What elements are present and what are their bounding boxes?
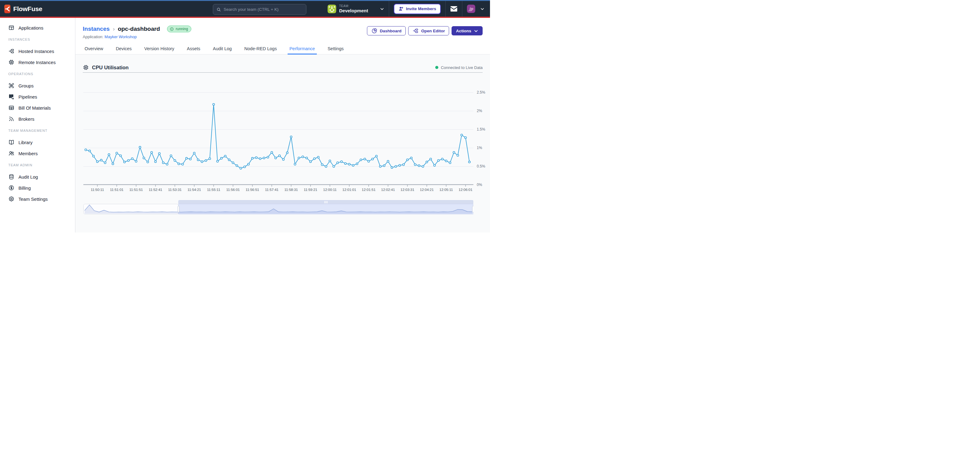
sidebar-item-label: Bill Of Materials xyxy=(19,105,51,110)
sidebar-item-groups[interactable]: Groups xyxy=(0,80,75,91)
actions-button[interactable]: Actions xyxy=(452,26,483,35)
panel-divider xyxy=(83,72,483,73)
y-tick-label: 0% xyxy=(477,183,482,187)
button-label: Dashboard xyxy=(380,29,402,33)
tab-audit-log[interactable]: Audit Log xyxy=(211,44,234,54)
dollar-icon xyxy=(8,185,14,191)
status-badge: running xyxy=(167,26,191,32)
sidebar-item-audit-log[interactable]: Audit Log xyxy=(0,171,75,182)
flowfuse-app: FlowFuse TEAM: Development xyxy=(0,0,490,232)
brush-handle-left xyxy=(178,206,179,212)
sidebar-item-hosted-instances[interactable]: Hosted Instances xyxy=(0,46,75,57)
sidebar-item-applications[interactable]: Applications xyxy=(0,22,75,33)
navbar-right-cluster: TEAM: Development Invite Members xyxy=(328,1,486,17)
application-link[interactable]: Mayker Workshop xyxy=(105,35,137,39)
chart-range-brush[interactable] xyxy=(83,200,473,214)
sidebar-item-remote-instances[interactable]: Remote Instances xyxy=(0,57,75,68)
sidebar-item-label: Members xyxy=(19,151,38,156)
sidebar-item-label: Groups xyxy=(19,83,33,88)
team-label: TEAM: xyxy=(339,4,368,8)
gear-icon xyxy=(8,196,14,202)
flowfuse-logo-icon xyxy=(4,5,10,13)
dashboard-button[interactable]: Dashboard xyxy=(367,26,406,35)
application-label: Application: xyxy=(83,35,103,39)
cpu-chart: 0%0.5%1%1.5%2%2.5% 11:50:1111:51:0111:51… xyxy=(83,75,483,195)
sidebar-item-pipelines[interactable]: Pipelines xyxy=(0,91,75,102)
tab-performance[interactable]: Performance xyxy=(288,44,317,54)
book-icon xyxy=(8,139,14,145)
brand-name: FlowFuse xyxy=(13,5,42,13)
team-selector[interactable]: TEAM: Development xyxy=(328,4,384,13)
chip-icon xyxy=(8,59,14,65)
sidebar-item-label: Applications xyxy=(19,25,43,30)
application-line: Application: Mayker Workshop xyxy=(83,35,191,39)
cpu-chart-plot xyxy=(83,75,473,187)
groups-icon xyxy=(8,83,14,89)
y-axis-labels: 0%0.5%1%1.5%2%2.5% xyxy=(477,75,490,187)
chevron-down-icon xyxy=(380,7,384,11)
sidebar-item-label: Billing xyxy=(19,185,31,191)
y-tick-label: 0.5% xyxy=(477,164,485,168)
user-menu[interactable]: jp xyxy=(467,5,486,13)
instance-header: Instances › opc-dashboard running xyxy=(75,18,490,39)
tab-overview[interactable]: Overview xyxy=(83,44,105,54)
y-tick-label: 1.5% xyxy=(477,127,485,131)
flowfuse-brand[interactable]: FlowFuse xyxy=(4,5,42,13)
team-search[interactable] xyxy=(213,4,306,15)
y-tick-label: 2.5% xyxy=(477,90,485,94)
sidebar-item-library[interactable]: Library xyxy=(0,137,75,148)
chart-title-row: CPU Utilisation xyxy=(83,64,129,70)
sidebar-item-label: Audit Log xyxy=(19,174,38,179)
top-navbar: FlowFuse TEAM: Development xyxy=(0,1,490,18)
sidebar-section-operations: OPERATIONS xyxy=(0,72,75,77)
tab-node-red-logs[interactable]: Node-RED Logs xyxy=(242,44,279,54)
branch-icon xyxy=(8,48,14,54)
tab-version-history[interactable]: Version History xyxy=(142,44,176,54)
x-axis-labels: 11:50:1111:51:0111:51:5111:52:4111:53:31… xyxy=(83,188,473,193)
user-plus-icon xyxy=(398,6,404,11)
sidebar-item-label: Team Settings xyxy=(19,197,48,202)
sidebar-item-team-settings[interactable]: Team Settings xyxy=(0,193,75,205)
table-icon xyxy=(8,105,14,111)
team-name: Development xyxy=(339,8,368,13)
invite-members-label: Invite Members xyxy=(406,6,436,11)
applications-icon xyxy=(8,25,14,31)
performance-panel: CPU Utilisation Connected to Live Data 0… xyxy=(75,54,490,232)
navbar-divider xyxy=(445,1,446,17)
team-avatar xyxy=(328,5,336,13)
users-icon xyxy=(8,150,14,157)
status-badge-label: running xyxy=(176,25,188,33)
chart-title: CPU Utilisation xyxy=(92,65,129,70)
sidebar-item-billing[interactable]: Billing xyxy=(0,182,75,193)
database-icon xyxy=(8,174,14,180)
tab-devices[interactable]: Devices xyxy=(114,44,134,54)
brush-handle-right xyxy=(473,206,474,212)
rss-icon xyxy=(8,116,14,122)
breadcrumb: Instances › opc-dashboard running xyxy=(83,25,191,33)
search-input[interactable] xyxy=(224,7,303,12)
sidebar-item-label: Pipelines xyxy=(19,94,37,99)
sidebar: ApplicationsINSTANCESHosted InstancesRem… xyxy=(0,18,75,232)
invite-members-button[interactable]: Invite Members xyxy=(394,4,441,14)
breadcrumb-instances-link[interactable]: Instances xyxy=(83,25,110,33)
open-editor-button[interactable]: Open Editor xyxy=(408,26,449,35)
notifications-mail-icon[interactable] xyxy=(450,6,457,12)
header-actions: DashboardOpen EditorActions xyxy=(367,26,483,35)
sidebar-item-members[interactable]: Members xyxy=(0,148,75,159)
user-avatar: jp xyxy=(467,5,475,13)
sidebar-item-brokers[interactable]: Brokers xyxy=(0,113,75,125)
navbar-divider xyxy=(462,1,462,17)
x-tick-label: 12:06:01 xyxy=(453,188,479,192)
tab-assets[interactable]: Assets xyxy=(185,44,202,54)
live-data-status: Connected to Live Data xyxy=(435,65,483,70)
sidebar-section-team-management: TEAM MANAGEMENT xyxy=(0,129,75,133)
pie-chart-icon xyxy=(371,28,377,34)
button-label: Actions xyxy=(456,29,471,33)
sidebar-item-label: Hosted Instances xyxy=(19,49,54,54)
pipelines-icon xyxy=(8,94,14,100)
tab-settings[interactable]: Settings xyxy=(326,44,345,54)
sidebar-item-bill-of-materials[interactable]: Bill Of Materials xyxy=(0,102,75,113)
y-tick-label: 1% xyxy=(477,145,482,150)
page-title: opc-dashboard xyxy=(118,25,160,33)
sidebar-item-label: Brokers xyxy=(19,117,35,121)
